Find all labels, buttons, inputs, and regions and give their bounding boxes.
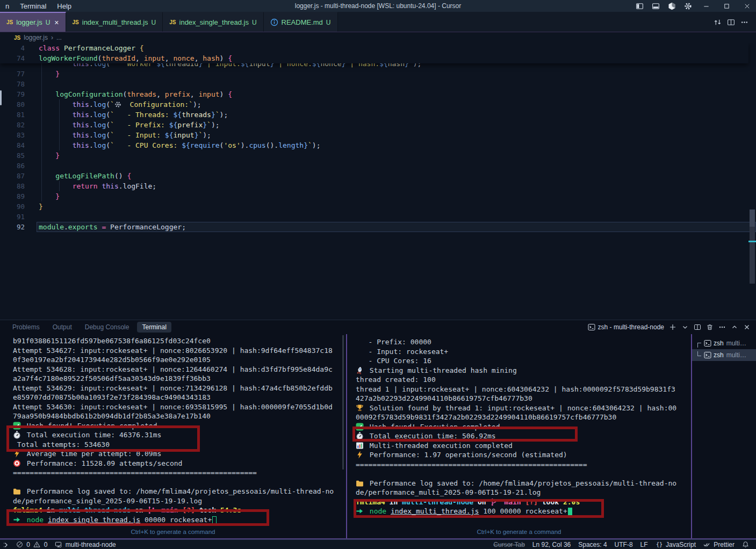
menu-item-n[interactable]: n — [0, 2, 15, 10]
text: threads — [182, 111, 211, 119]
panel-tab-debug-console[interactable]: Debug Console — [80, 322, 134, 333]
code-line[interactable]: 92module.exports = PerformanceLogger; — [0, 222, 756, 232]
statusbar-problems[interactable]: 0 0 — [12, 541, 51, 548]
code-line[interactable]: 78 — [0, 79, 756, 89]
statusbar-cursor-tab[interactable]: Cursor Tab — [489, 541, 528, 548]
terminal-left[interactable]: b91f03886151126fd597be067538f6a86125fd03… — [0, 334, 347, 538]
text: exports — [68, 223, 98, 231]
statusbar-remote-indicator[interactable] — [0, 541, 12, 548]
code-line[interactable]: 79 logConfiguration(threads, prefix, inp… — [0, 89, 756, 99]
breadcrumb-file[interactable]: logger.js — [24, 34, 48, 41]
code-line[interactable]: 84 this.log(` - CPU Cores: ${require('os… — [0, 140, 756, 150]
text: input — [249, 63, 270, 68]
code-line[interactable]: 91 — [0, 212, 756, 222]
statusbar-eol[interactable]: LF — [637, 541, 652, 548]
terminal-scrollbar[interactable] — [342, 335, 344, 469]
tab-README.md[interactable]: README.mdU — [264, 12, 338, 32]
statusbar-workspace[interactable]: multi-thread-node — [51, 541, 119, 548]
line-number: 81 — [0, 110, 25, 120]
code-text: this.log(` - Threads: ${threads}`); — [37, 110, 756, 120]
terminal-line: b91f03886151126fd597be067538f6a86125fd03… — [13, 336, 346, 346]
code-line[interactable]: 90} — [0, 201, 756, 212]
text: hash — [388, 63, 405, 68]
layout-panel-icon[interactable] — [649, 0, 663, 12]
statusbar-indentation[interactable]: Spaces: 4 — [574, 541, 610, 548]
statusbar-cursor-position[interactable]: Ln 92, Col 36 — [529, 541, 574, 548]
tab-index_multi_thread.js[interactable]: JSindex_multi_thread.jsU — [66, 12, 163, 32]
settings-gear-icon[interactable] — [681, 0, 695, 12]
text: length — [278, 141, 304, 149]
terminal-hint: Ctrl+K to generate a command — [347, 529, 691, 535]
text: . — [89, 111, 93, 119]
split-icon — [694, 323, 701, 331]
code-line[interactable]: 80 this.log(` Configuration:`); — [0, 99, 756, 110]
chevron-up-icon[interactable] — [731, 323, 738, 331]
statusbar-notifications[interactable] — [738, 541, 753, 548]
close-win-icon[interactable] — [738, 0, 756, 12]
terminal-right[interactable]: - Prefix: 00000 - Input: rockeseat+ - CP… — [347, 334, 692, 538]
text: Hash found! Execution completed — [23, 422, 157, 430]
code-line[interactable]: 89 } — [0, 191, 756, 201]
breadcrumb[interactable]: JS logger.js › ... — [0, 32, 756, 43]
code-line[interactable]: 88 return this.logFile; — [0, 181, 756, 191]
code-text: this.log(` - Input: ${input}`); — [37, 130, 756, 140]
terminal-selector[interactable]: zsh - multi-thread-node — [588, 323, 664, 331]
split-icon[interactable] — [727, 17, 735, 27]
code-line[interactable]: 81 this.log(` - Threads: ${threads}`); — [0, 110, 756, 120]
code-line[interactable]: 87 getLogFilePath() { — [0, 171, 756, 181]
statusbar-formatter[interactable]: Prettier — [700, 541, 738, 548]
layout-sidebar-icon[interactable] — [632, 0, 646, 12]
statusbar-language-mode[interactable]: {} JavaScript — [652, 541, 700, 548]
panel-tab-terminal[interactable]: Terminal — [137, 322, 171, 333]
compare-icon[interactable] — [714, 17, 722, 27]
text: () — [266, 141, 275, 149]
add-icon[interactable] — [669, 323, 676, 331]
minimize-icon[interactable] — [697, 0, 715, 12]
maximize-icon[interactable] — [717, 0, 736, 12]
tab-index_single_thread.js[interactable]: JSindex_single_thread.jsU — [163, 12, 263, 32]
code-line[interactable]: 86 — [0, 161, 756, 171]
code-editor[interactable]: this.log(` Worker ${threadId} | input:${… — [0, 43, 756, 320]
more-icon[interactable] — [718, 323, 726, 331]
tab-logger.js[interactable]: JSlogger.jsU× — [0, 12, 66, 32]
trash-icon[interactable] — [706, 323, 714, 331]
code-line[interactable]: 82 this.log(` - Prefix: ${prefix}`); — [0, 120, 756, 130]
code-line[interactable]: this.log(` Worker ${threadId} | input:${… — [0, 63, 756, 69]
text: ); — [413, 63, 422, 68]
statusbar-encoding[interactable]: UTF-8 — [611, 541, 637, 548]
breadcrumb-more[interactable]: ... — [56, 34, 62, 41]
code-line[interactable]: 4class PerformanceLogger { — [0, 43, 748, 53]
code-line[interactable]: 74logWorkerFound(threadId, input, nonce,… — [0, 53, 748, 63]
code-lines: this.log(` Worker ${threadId} | input:${… — [0, 43, 756, 232]
split-icon[interactable] — [694, 323, 701, 331]
text: Attempt 534630: input:rockeseat+ | nonce… — [13, 403, 333, 411]
editor-scrollbar[interactable] — [748, 43, 756, 320]
text: Attempt 534628: input:rockeseat+ | nonce… — [13, 365, 333, 373]
code-line[interactable]: 85 } — [0, 150, 756, 161]
close-tab-icon[interactable]: × — [54, 18, 59, 27]
breadcrumb-chevron: › — [51, 34, 53, 41]
panel-tab-problems[interactable]: Problems — [8, 322, 45, 333]
modified-indicator: U — [326, 19, 331, 26]
menu-item-terminal[interactable]: Terminal — [15, 2, 52, 10]
text: | hash: — [345, 63, 379, 68]
text: Configuration: — [121, 100, 189, 109]
terminal-line — [356, 469, 691, 479]
code-line[interactable]: 77 } — [0, 69, 756, 79]
sticky-scroll[interactable]: 4class PerformanceLogger {74logWorkerFou… — [0, 43, 748, 63]
cube-icon[interactable] — [665, 0, 679, 12]
text: | nonce: — [274, 63, 312, 68]
terminal-list-item[interactable]: zshmulti… — [692, 337, 756, 349]
menu-item-help[interactable]: Help — [52, 2, 77, 10]
line-number: 84 — [0, 140, 25, 150]
chevron-down-icon[interactable] — [681, 323, 689, 331]
code-line[interactable]: 83 this.log(` - Input: ${input}`); — [0, 130, 756, 140]
terminal-list-item[interactable]: zshmulti… — [692, 349, 756, 361]
terminal-line: 00092f5783d59b9831f3427a2b02293d22499041… — [356, 413, 691, 422]
text: , — [195, 54, 203, 62]
line-number: 4 — [0, 43, 25, 53]
close-icon[interactable] — [743, 323, 751, 331]
text: Total execution time: 46376.31ms — [23, 431, 161, 439]
more-icon[interactable] — [740, 17, 748, 27]
panel-tab-output[interactable]: Output — [48, 322, 77, 333]
